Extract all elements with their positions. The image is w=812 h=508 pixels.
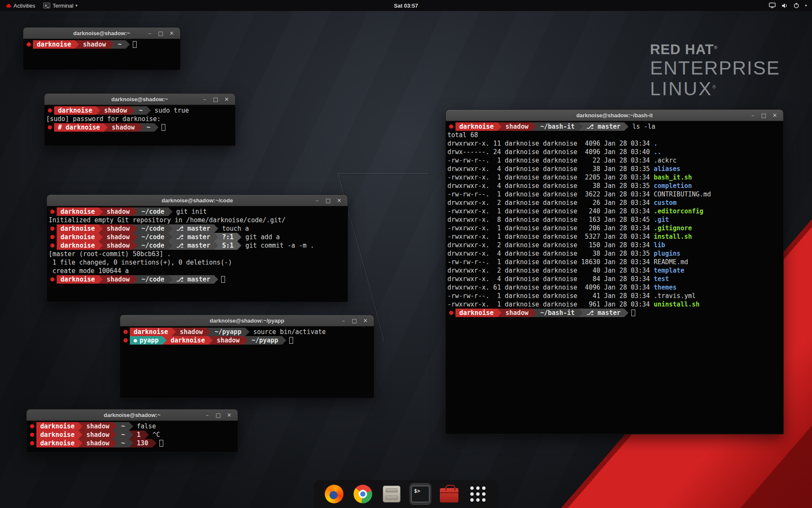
maximize-button[interactable]: □ [155,30,166,36]
terminal-window-sudo[interactable]: darknoise@shadow:~ – □ ✕ darknoiseshadow… [44,93,236,146]
terminal-output-line: total 68 [447,131,782,139]
terminal-line: # darknoiseshadow~ [45,123,234,132]
terminal-content[interactable]: darknoiseshadow~/code git initInitialize… [47,206,348,285]
desktop[interactable]: { "topbar": { "activities": "Activities"… [0,0,812,508]
dock-item-terminal[interactable]: $> [409,483,431,505]
window-title: darknoise@shadow:~/bash-it [576,112,653,119]
files-icon [383,486,401,502]
prompt-segment-git: ⎇ master [583,122,625,131]
powerline-arrow-icon [245,328,250,336]
terminal-line: -rw-rw-r--. 1 darknoise darknoise 22 Jan… [447,156,782,165]
dropdown-caret-icon: ▾ [75,3,77,8]
terminal-line: drwxrwxr-x. 61 darknoise darknoise 4096 … [447,283,782,292]
powerline-arrow-icon [172,328,176,336]
terminal-line: -rwxrwxr-x. 1 darknoise darknoise 240 Ja… [447,207,782,215]
app-menu-terminal[interactable]: >_ Terminal ▾ [41,0,80,11]
close-button[interactable]: ✕ [360,318,371,324]
maximize-button[interactable]: □ [213,412,224,418]
close-button[interactable]: ✕ [221,96,232,102]
close-button[interactable]: ✕ [769,112,780,119]
clock[interactable]: Sat 03:57 [390,0,422,11]
volume-icon[interactable] [781,3,788,8]
terminal-window-home-1[interactable]: darknoise@shadow:~ – □ ✕ darknoiseshadow… [23,27,181,70]
terminal-window-code[interactable]: darknoise@shadow:~/code – □ ✕ darknoises… [47,194,348,302]
powerline-arrow-icon [78,439,82,447]
prompt-segment-host: shadow [502,122,532,131]
terminal-cursor [133,41,137,48]
system-menu-caret-icon[interactable]: ▾ [805,3,807,8]
powerline-arrow-icon [145,431,149,439]
terminal-content[interactable]: darknoiseshadow~ [23,39,180,50]
window-titlebar[interactable]: darknoise@shadow:~/bash-it – □ ✕ [446,110,783,121]
activities-button[interactable]: Activities [3,0,38,11]
terminal-app-icon: >_ [43,3,50,8]
prompt-segment-host: shadow [103,224,133,233]
minimize-button[interactable]: – [144,30,155,36]
prompt-segment-user: darknoise [455,309,497,317]
ls-filename: template [654,267,684,274]
dock-item-files[interactable] [381,483,403,505]
close-button[interactable]: ✕ [224,412,235,418]
terminal-window-exit-codes[interactable]: darknoise@shadow:~ – □ ✕ darknoiseshadow… [26,409,238,453]
window-titlebar[interactable]: darknoise@shadow:~ – □ ✕ [44,94,235,105]
ls-filename: .ackrc [654,157,677,164]
window-titlebar[interactable]: darknoise@shadow:~/pyapp – □ ✕ [120,315,374,326]
ls-filename: lib [654,241,665,249]
prompt-segment-gitstat: ?:1 [218,233,237,241]
window-titlebar[interactable]: darknoise@shadow:~/code – □ ✕ [47,195,348,206]
prompt-segment-user: darknoise [57,241,99,250]
powerline-arrow-icon [99,224,103,233]
dock-item-toolbox[interactable] [438,483,460,505]
redhat-prompt-icon [28,431,36,439]
dock-item-firefox[interactable] [323,483,345,505]
minimize-button[interactable]: – [747,112,758,119]
maximize-button[interactable]: □ [323,197,334,204]
powerline-arrow-icon [104,123,108,132]
display-icon[interactable] [769,3,776,8]
powerline-arrow-icon [133,207,137,216]
redhat-prompt-icon [447,122,455,131]
prompt-segment-host: shadow [82,422,113,431]
power-icon[interactable] [793,3,799,8]
maximize-button[interactable]: □ [758,112,769,119]
command-text: sudo true [151,107,189,114]
redhat-prompt-icon [49,224,57,233]
dock-item-app-grid[interactable] [467,483,489,505]
prompt-segment-git: ⎇ master [173,241,214,250]
chrome-icon [354,485,372,503]
maximize-button[interactable]: □ [349,318,360,324]
redhat-prompt-icon [28,422,36,431]
ls-filename: plugins [654,250,680,257]
window-titlebar[interactable]: darknoise@shadow:~ – □ ✕ [23,28,180,39]
terminal-output-line: 1 file changed, 0 insertions(+), 0 delet… [48,258,347,267]
terminal-content[interactable]: darknoiseshadow~ sudo true[sudo] passwor… [44,105,235,133]
prompt-segment-host: shadow [82,431,113,439]
maximize-button[interactable]: □ [210,96,221,102]
window-titlebar[interactable]: darknoise@shadow:~ – □ ✕ [27,409,238,421]
prompt-segment-path: ~/bash-it [536,122,578,131]
terminal-line: -rw-rw-r--. 1 darknoise darknoise 3622 J… [447,190,782,199]
close-button[interactable]: ✕ [334,197,345,204]
toolbox-icon [440,488,458,502]
ls-line-meta: -rwxrwxr-x. 1 darknoise darknoise 206 Ja… [447,224,654,232]
minimize-button[interactable]: – [312,197,323,204]
terminal-content[interactable]: darknoiseshadow~ falsedarknoiseshadow~1 … [27,421,238,449]
powerline-arrow-icon [214,224,218,233]
terminal-window-bash-it[interactable]: darknoise@shadow:~/bash-it – □ ✕ darknoi… [445,109,784,434]
terminal-window-pyapp[interactable]: darknoise@shadow:~/pyapp – □ ✕ darknoise… [120,315,374,398]
prompt-segment-path: ~ [117,439,129,447]
close-button[interactable]: ✕ [166,30,177,36]
terminal-line: darknoiseshadow~/pyapp source bin/activa… [121,328,373,336]
minimize-button[interactable]: – [338,318,349,324]
terminal-cursor [631,309,635,316]
minimize-button[interactable]: – [199,96,210,102]
prompt-segment-path: ~/code [137,241,168,250]
powerline-arrow-icon [99,275,103,284]
powerline-arrow-icon [113,431,117,439]
dock-item-chrome[interactable] [352,483,374,505]
prompt-segment-host: shadow [176,328,206,336]
terminal-content[interactable]: darknoiseshadow~/bash-it⎇ master ls -lat… [446,121,783,318]
ls-filename: README.md [654,258,688,266]
terminal-content[interactable]: darknoiseshadow~/pyapp source bin/activa… [120,326,374,346]
minimize-button[interactable]: – [202,412,213,418]
